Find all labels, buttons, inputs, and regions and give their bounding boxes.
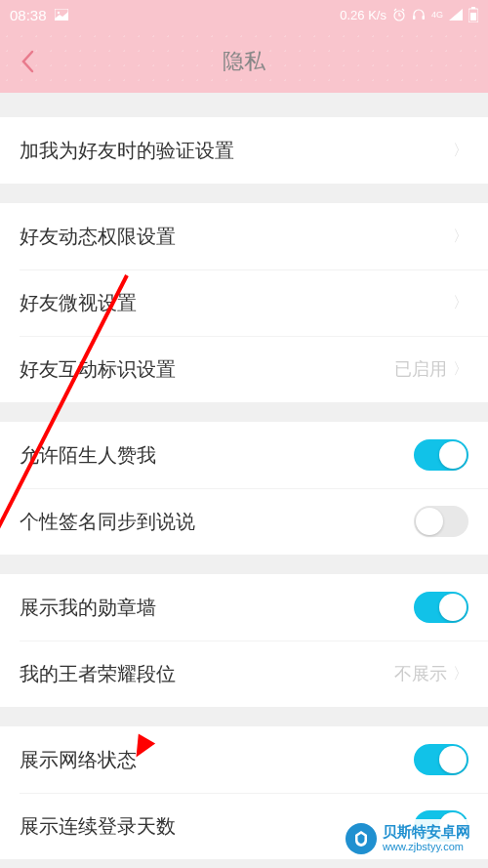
chevron-right-icon: 〉	[453, 664, 468, 684]
row-value: 已启用	[394, 357, 447, 381]
battery-icon	[468, 7, 478, 22]
network-status-row: 展示网络状态	[0, 726, 488, 793]
settings-group: 允许陌生人赞我 个性签名同步到说说	[0, 422, 488, 555]
svg-rect-3	[413, 16, 416, 20]
row-label: 允许陌生人赞我	[20, 442, 156, 469]
chevron-right-icon: 〉	[453, 141, 468, 161]
watermark-url: www.zjbstyy.com	[383, 841, 470, 853]
alarm-icon	[392, 8, 406, 21]
svg-rect-7	[470, 13, 476, 21]
row-label: 加我为好友时的验证设置	[20, 138, 234, 164]
watermark-title: 贝斯特安卓网	[383, 823, 470, 841]
verify-settings-row[interactable]: 加我为好友时的验证设置 〉	[0, 117, 488, 184]
row-label: 好友微视设置	[20, 290, 137, 316]
stranger-like-toggle[interactable]	[414, 439, 468, 471]
watermark-icon	[346, 823, 377, 854]
signature-sync-row: 个性签名同步到说说	[0, 488, 488, 555]
moments-privacy-row[interactable]: 好友动态权限设置 〉	[0, 203, 488, 269]
headphone-icon	[412, 8, 426, 21]
chevron-right-icon: 〉	[453, 359, 468, 380]
network-status-toggle[interactable]	[414, 744, 468, 775]
row-label: 我的王者荣耀段位	[20, 661, 176, 687]
signature-sync-toggle[interactable]	[414, 506, 468, 537]
row-label: 展示网络状态	[20, 747, 137, 773]
weishi-settings-row[interactable]: 好友微视设置 〉	[0, 269, 488, 336]
medal-wall-toggle[interactable]	[414, 592, 468, 623]
chevron-right-icon: 〉	[453, 227, 468, 247]
signal-icon	[449, 9, 463, 21]
svg-rect-4	[422, 16, 425, 20]
settings-group: 好友动态权限设置 〉 好友微视设置 〉 好友互动标识设置 已启用 〉	[0, 203, 488, 402]
settings-content: 加我为好友时的验证设置 〉 好友动态权限设置 〉 好友微视设置 〉 好友互动标识…	[0, 117, 488, 859]
network-speed: 0.26 K/s	[340, 8, 386, 22]
row-label: 展示我的勋章墙	[20, 595, 156, 621]
page-title: 隐私	[223, 47, 265, 76]
network-4g: 4G	[431, 10, 443, 20]
chevron-right-icon: 〉	[453, 293, 468, 313]
stranger-like-row: 允许陌生人赞我	[0, 422, 488, 488]
status-bar: 08:38 0.26 K/s 4G	[0, 0, 488, 29]
settings-group: 展示我的勋章墙 我的王者荣耀段位 不展示 〉	[0, 574, 488, 707]
medal-wall-row: 展示我的勋章墙	[0, 574, 488, 641]
row-value: 不展示	[394, 662, 447, 685]
header: 隐私	[0, 29, 488, 93]
interaction-badge-row[interactable]: 好友互动标识设置 已启用 〉	[0, 336, 488, 402]
row-label: 展示连续登录天数	[20, 813, 176, 840]
status-time: 08:38	[10, 7, 47, 23]
back-button[interactable]	[8, 42, 47, 81]
row-label: 好友互动标识设置	[20, 356, 176, 383]
svg-point-1	[57, 12, 59, 14]
settings-group: 加我为好友时的验证设置 〉	[0, 117, 488, 184]
image-icon	[55, 9, 68, 21]
watermark: 贝斯特安卓网 www.zjbstyy.com	[338, 819, 478, 858]
king-glory-rank-row[interactable]: 我的王者荣耀段位 不展示 〉	[0, 641, 488, 707]
row-label: 好友动态权限设置	[20, 224, 176, 250]
row-label: 个性签名同步到说说	[20, 509, 195, 535]
